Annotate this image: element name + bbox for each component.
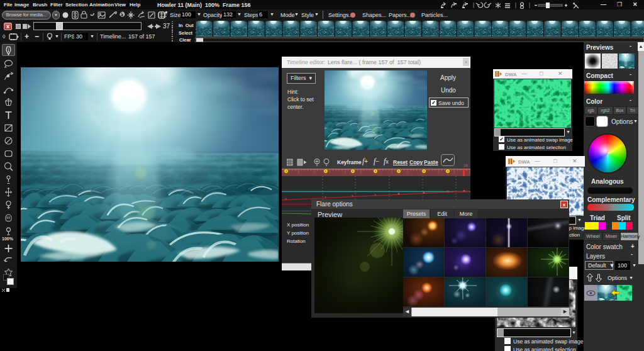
svg-text:100%: 100% <box>2 237 14 241</box>
